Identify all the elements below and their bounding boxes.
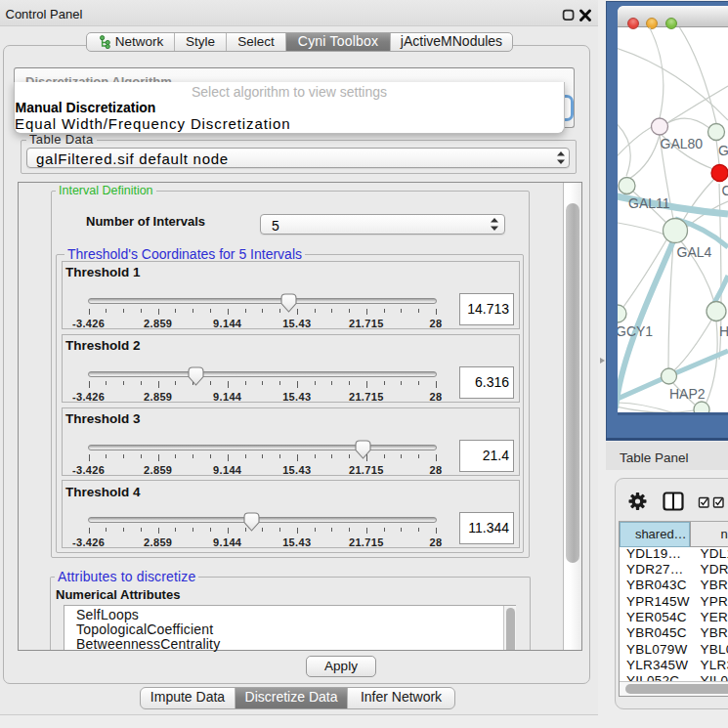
svg-text:GCY1: GCY1 — [618, 323, 653, 339]
svg-text:C: C — [722, 183, 728, 198]
svg-text:GAL11: GAL11 — [628, 195, 670, 211]
svg-text:GAL: GAL — [718, 143, 728, 158]
svg-text:GAL4: GAL4 — [677, 244, 712, 260]
svg-text:GAL80: GAL80 — [661, 136, 704, 151]
svg-text:HIS: HIS — [719, 323, 728, 339]
svg-text:HAP2: HAP2 — [669, 386, 706, 402]
